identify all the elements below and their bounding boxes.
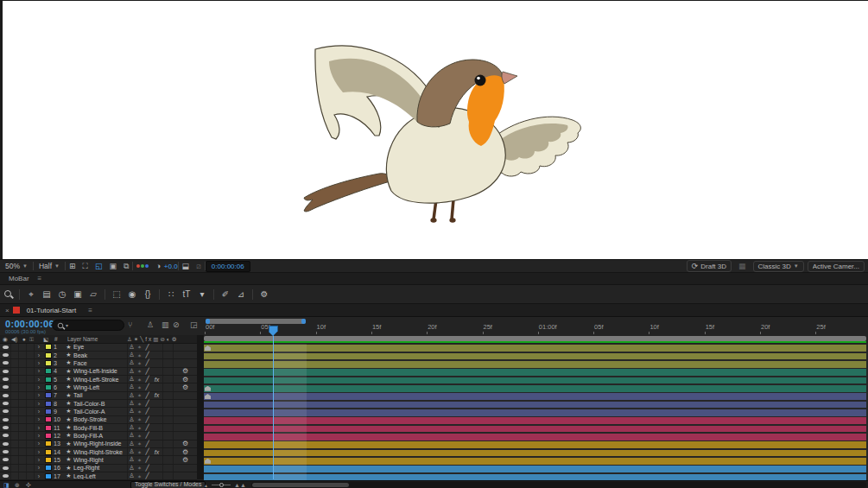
type-tool-icon[interactable]: tT [180,289,193,299]
layers-stack-icon[interactable]: ▤ [40,289,54,299]
layer-expander[interactable]: › [35,432,43,439]
renderer-dropdown[interactable]: Classic 3D▼ [753,261,804,272]
layer-visibility-toggle[interactable] [0,424,11,431]
layer-audio-cell[interactable] [11,472,19,479]
solo-column-icon[interactable]: ● [22,336,26,342]
layer-name[interactable]: Body-Fill-A [73,432,127,439]
layer-audio-cell[interactable] [11,416,19,423]
layer-expander[interactable]: › [35,376,43,383]
shy-switch[interactable]: ♙ [127,359,136,366]
quality-switch[interactable]: ╱ [143,383,151,390]
layer-duration-row[interactable] [204,344,868,352]
fx-switch[interactable]: fx [151,376,162,383]
collapse-switch[interactable]: ✶ [136,392,143,399]
layer-lock-cell[interactable] [27,440,35,447]
layer-duration-row[interactable] [204,448,868,456]
layer-label-swatch[interactable] [43,432,54,439]
graph-icon[interactable]: ⊿ [234,289,248,299]
layer-row[interactable]: ›14★Wing-Right-Stroke♙✶╱fx⚙ [0,448,197,456]
layer-duration-bar[interactable] [204,417,866,424]
collapse-switch[interactable]: ✶ [136,432,143,439]
layer-lock-cell[interactable] [27,368,35,375]
horizontal-scrollbar[interactable] [251,482,866,488]
settings-gear-icon[interactable]: ⚙ [257,289,271,299]
collapse-switch[interactable]: ✶ [136,352,143,358]
shy-switch[interactable]: ♙ [127,416,136,423]
layer-duration-bar[interactable] [204,466,866,472]
layer-solo-cell[interactable] [19,392,27,399]
layer-expander[interactable]: › [35,392,43,399]
layer-expander[interactable]: › [35,456,43,463]
layer-visibility-toggle[interactable] [0,376,11,383]
layer-expander[interactable]: › [35,359,43,366]
gear-switch[interactable] [173,392,197,399]
layer-expander[interactable]: › [35,408,43,415]
quality-switch[interactable]: ╱ [143,472,151,479]
layer-label-swatch[interactable] [43,383,54,390]
panel-menu-icon[interactable]: ≡ [38,275,42,282]
layer-solo-cell[interactable] [19,383,27,390]
layer-duration-bar[interactable] [204,402,866,409]
gear-switch[interactable]: ⚙ [173,376,197,383]
layer-row[interactable]: ›10★Body-Stroke♙✶╱ [0,416,197,424]
comp-navigator-bar[interactable] [204,336,866,342]
quality-switch[interactable]: ╱ [143,400,151,407]
layer-duration-row[interactable] [204,456,868,464]
layer-solo-cell[interactable] [19,408,27,415]
layer-expander[interactable]: › [35,440,43,447]
shy-switch[interactable]: ♙ [127,408,136,415]
layer-duration-row[interactable] [204,472,868,480]
layer-solo-cell[interactable] [19,368,27,375]
quality-switch[interactable]: ╱ [143,465,151,472]
layer-visibility-toggle[interactable] [0,408,11,415]
layer-name[interactable]: Tail-Color-B [73,400,127,407]
layer-duration-row[interactable] [204,359,868,367]
layer-audio-cell[interactable] [11,432,19,439]
layer-solo-cell[interactable] [19,416,27,423]
gear-switch[interactable] [173,359,197,366]
layer-lock-cell[interactable] [27,416,35,423]
layer-label-swatch[interactable] [43,352,54,358]
layer-name[interactable]: Leg-Left [73,472,127,479]
shy-switch[interactable]: ♙ [127,432,136,439]
layer-duration-row[interactable] [204,400,868,408]
layer-duration-bar[interactable] [204,409,866,416]
layer-label-swatch[interactable] [43,448,54,455]
shy-switch[interactable]: ♙ [127,440,136,447]
snapshot-camera-icon[interactable]: ⬓ [179,262,193,270]
search-icon[interactable] [1,289,15,299]
layer-row[interactable]: ›6★Wing-Left♙✶╱⚙ [0,383,197,391]
gear-switch[interactable] [173,465,197,472]
layer-duration-bar[interactable] [204,369,866,376]
layer-visibility-toggle[interactable] [0,416,11,423]
layer-solo-cell[interactable] [19,400,27,407]
layer-name[interactable]: Face [73,359,127,366]
switches-column-icons[interactable]: ♙✶╲fx▥⊘◐⚙ [127,336,179,343]
layer-visibility-toggle[interactable] [0,359,11,366]
layer-audio-cell[interactable] [11,440,19,447]
layer-label-swatch[interactable] [43,344,54,351]
view-camera-dropdown[interactable]: Active Camer... [808,261,865,272]
layer-audio-cell[interactable] [11,368,19,375]
layer-name[interactable]: Wing-Left-Inside [73,368,127,375]
gear-switch[interactable] [173,416,197,423]
layer-audio-cell[interactable] [11,392,19,399]
gear-switch[interactable] [173,408,197,415]
layer-expander[interactable]: › [35,424,43,431]
fx-switch[interactable] [151,359,162,366]
composition-viewer[interactable] [0,0,868,259]
layer-duration-bar[interactable] [204,345,866,352]
gear-switch[interactable]: ⚙ [173,448,197,455]
fx-switch[interactable] [151,465,162,472]
fx-switch[interactable] [151,368,162,375]
layer-name-column-header[interactable]: Layer Name [67,336,98,342]
motion-blur-toggle-icon[interactable]: ⊘ [173,320,180,329]
layer-lock-cell[interactable] [27,392,35,399]
lock-column-icon[interactable]: ⚿ [29,336,34,343]
layer-visibility-toggle[interactable] [0,472,11,479]
transfer-controls-pane-icon[interactable]: ⊛ [15,482,20,488]
layer-audio-cell[interactable] [11,456,19,463]
shy-switch[interactable]: ♙ [127,448,136,455]
shy-switch[interactable]: ♙ [127,368,136,375]
layer-label-swatch[interactable] [43,408,54,415]
